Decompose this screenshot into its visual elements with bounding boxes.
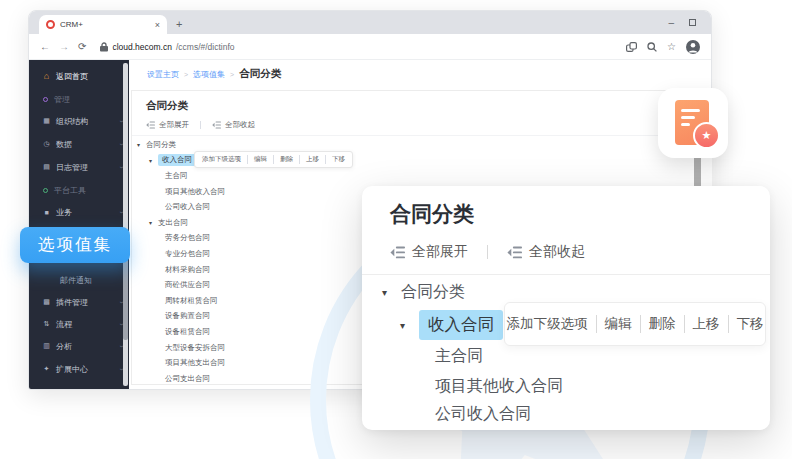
divider [362, 274, 770, 275]
tree-context-menu: 添加下级选项 编辑 删除 上移 下移 [504, 302, 766, 346]
lock-icon [100, 42, 108, 52]
new-tab-button[interactable]: + [176, 18, 182, 30]
menu-item-move-up[interactable]: 上移 [684, 315, 720, 333]
sidebar-item-flow[interactable]: ⇅流程› [29, 316, 129, 332]
option-value-set-callout[interactable]: 选项值集 [20, 227, 130, 263]
collapse-all-button[interactable]: 全部收起 [529, 243, 585, 261]
tree-row[interactable]: 项目其他收入合同 [435, 372, 563, 400]
sidebar-scrollbar-thumb[interactable] [123, 258, 128, 340]
profile-avatar[interactable] [686, 40, 700, 54]
menu-item-edit[interactable]: 编辑 [596, 315, 632, 333]
tree-node-label[interactable]: 项目其他收入合同 [165, 187, 225, 197]
menu-item-move-down[interactable]: 下移 [325, 155, 345, 164]
browser-tab[interactable]: CRM+ × [39, 15, 167, 34]
sidebar-item-mail-notification[interactable]: 邮件通知 [29, 272, 129, 288]
tree-node-label[interactable]: 合同分类 [401, 282, 465, 303]
page-title: 合同分类 [146, 99, 188, 113]
tree-node-label[interactable]: 项目其他支出合同 [165, 358, 225, 368]
section-dot-icon [43, 97, 48, 102]
address-bar: ← → ⟳ cloud.hecom.cn/ccms/#/dictinfo ☆ [29, 34, 711, 60]
tree-node-label[interactable]: 项目其他收入合同 [435, 376, 563, 397]
sidebar-item-label: 扩展中心 [56, 364, 88, 375]
sidebar-section-admin[interactable]: 管理 [29, 91, 129, 107]
tree-row[interactable]: 主合同 [435, 342, 483, 370]
tree-node-label[interactable]: 设备购置合同 [165, 311, 210, 321]
document-star-badge-card: ★ [658, 88, 728, 158]
reload-icon[interactable]: ⟳ [78, 41, 86, 52]
tree-row[interactable]: 主合同 [132, 168, 712, 184]
tree-row[interactable]: ▾ 收入合同 添加下级选项 编辑 删除 上移 下移 [132, 153, 712, 169]
tree-node-label[interactable]: 周转材租赁合同 [165, 296, 218, 306]
tree-node-label[interactable]: 合同分类 [146, 140, 176, 150]
menu-item-move-up[interactable]: 上移 [299, 155, 319, 164]
menu-item-edit[interactable]: 编辑 [247, 155, 267, 164]
breadcrumb: 设置主页 > 选项值集 > 合同分类 [147, 66, 281, 82]
analysis-icon: ▥ [42, 342, 51, 350]
tree-node-label[interactable]: 支出合同 [158, 218, 188, 228]
tree-node-label[interactable]: 公司支出合同 [165, 374, 210, 384]
tree-toolbar: 全部展开 全部收起 [146, 119, 255, 131]
expand-all-icon [146, 121, 155, 129]
sidebar-item-org-structure[interactable]: ▦组织结构› [29, 113, 129, 129]
expand-all-icon [390, 246, 405, 259]
window-controls: – [653, 11, 711, 34]
sidebar-item-plugin-management[interactable]: ▩插件管理› [29, 294, 129, 310]
url-field[interactable]: cloud.hecom.cn/ccms/#/dictinfo [100, 42, 234, 52]
url-domain: cloud.hecom.cn [112, 42, 172, 52]
back-icon[interactable]: ← [40, 41, 50, 52]
sidebar-section-platform-tools[interactable]: 平台工具 [29, 182, 129, 198]
tree-node-label[interactable]: 公司收入合同 [435, 404, 531, 425]
home-icon: ⌂ [42, 71, 51, 81]
tree-row[interactable]: ▾ 合同分类 [382, 278, 465, 306]
expand-arrow-icon: ▾ [137, 141, 146, 148]
tree-node-label[interactable]: 公司收入合同 [165, 202, 210, 212]
tree-node-label[interactable]: 大型设备安拆合同 [165, 343, 225, 353]
breadcrumb-link-option-value-set[interactable]: 选项值集 [193, 69, 225, 80]
page-canvas: CRM+ × + – ← → ⟳ cloud.hecom.cn/ccms/#/d… [0, 0, 792, 459]
forward-icon[interactable]: → [59, 41, 69, 52]
sidebar-item-analysis[interactable]: ▥分析› [29, 338, 129, 354]
expand-all-button[interactable]: 全部展开 [412, 243, 468, 261]
tree-node-selected[interactable]: 收入合同 [158, 154, 196, 166]
sidebar: ⌂返回首页 管理 ▦组织结构› ◷数据› ▤日志管理› 平台工具 ■业务› 对象… [29, 60, 129, 389]
extension-center-icon: ✦ [42, 365, 51, 373]
sidebar-item-extension-center[interactable]: ✦扩展中心› [29, 361, 129, 377]
breadcrumb-link-settings-home[interactable]: 设置主页 [147, 69, 179, 80]
expand-all-button[interactable]: 全部展开 [159, 120, 189, 130]
tab-close-icon[interactable]: × [155, 20, 160, 30]
zoom-icon[interactable] [647, 42, 657, 52]
sidebar-item-label: 业务 [56, 207, 72, 218]
tree-node-label[interactable]: 材料采购合同 [165, 265, 210, 275]
sidebar-item-label: 管理 [54, 94, 70, 105]
toolbar-separator [200, 121, 201, 129]
tree-row[interactable]: 公司收入合同 [435, 400, 531, 428]
menu-item-delete[interactable]: 删除 [273, 155, 293, 164]
panel-toolbar: 全部展开 全部收起 [390, 242, 585, 262]
tree-node-selected[interactable]: 收入合同 [419, 310, 503, 340]
sidebar-item-business[interactable]: ■业务› [29, 204, 129, 220]
minimize-button[interactable]: – [668, 18, 674, 28]
star-glyph: ★ [702, 129, 712, 142]
address-bar-actions: ☆ [626, 40, 700, 54]
tree-node-label[interactable]: 设备租赁合同 [165, 327, 210, 337]
menu-item-delete[interactable]: 删除 [640, 315, 676, 333]
tree-node-label[interactable]: 商砼供应合同 [165, 280, 210, 290]
bookmark-star-icon[interactable]: ☆ [667, 41, 676, 52]
maximize-button[interactable] [689, 19, 696, 26]
tree-node-label[interactable]: 主合同 [435, 346, 483, 367]
sidebar-item-home[interactable]: ⌂返回首页 [29, 68, 129, 84]
menu-item-move-down[interactable]: 下移 [728, 315, 764, 333]
menu-item-add-suboption[interactable]: 添加下级选项 [507, 315, 588, 333]
star-badge-icon: ★ [693, 122, 720, 149]
tree-node-label[interactable]: 劳务分包合同 [165, 233, 210, 243]
menu-item-add-suboption[interactable]: 添加下级选项 [202, 155, 241, 164]
tree-node-label[interactable]: 主合同 [165, 171, 188, 181]
callout-label: 选项值集 [38, 234, 112, 256]
send-to-devices-icon[interactable] [626, 42, 637, 52]
tree-node-label[interactable]: 专业分包合同 [165, 249, 210, 259]
tree-row[interactable]: ▾ 收入合同 [400, 308, 503, 342]
doc-line [681, 123, 690, 126]
sidebar-item-log-management[interactable]: ▤日志管理› [29, 159, 129, 175]
sidebar-item-data[interactable]: ◷数据› [29, 136, 129, 152]
collapse-all-button[interactable]: 全部收起 [225, 120, 255, 130]
